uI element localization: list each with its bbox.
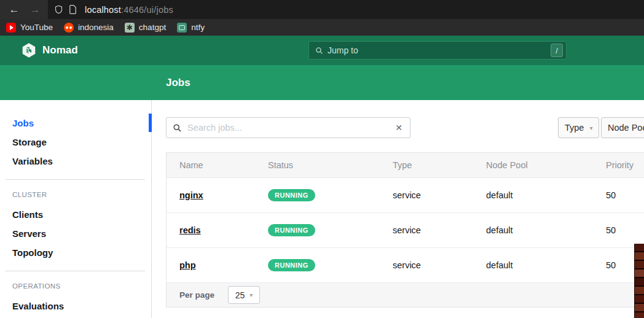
- type-filter-dropdown[interactable]: Type ▾: [558, 117, 599, 138]
- job-node-pool: default: [473, 260, 593, 270]
- sidebar-divider: [5, 179, 145, 180]
- url-path: :4646/ui/jobs: [121, 5, 173, 15]
- chatgpt-icon: ✱: [125, 23, 135, 33]
- job-node-pool: default: [473, 190, 593, 200]
- sidebar-item-clients[interactable]: Clients: [0, 205, 151, 224]
- per-page-label: Per page: [179, 290, 214, 300]
- column-header-node-pool[interactable]: Node Pool: [473, 160, 593, 170]
- url-host: localhost: [85, 5, 121, 15]
- table-row[interactable]: redis RUNNING service default 50: [167, 213, 644, 248]
- job-type: service: [380, 260, 473, 270]
- nomad-brand[interactable]: Nomad: [21, 36, 78, 65]
- page-title: Jobs: [166, 77, 190, 89]
- job-priority: 50: [593, 225, 644, 235]
- job-type: service: [380, 225, 473, 235]
- desktop-wallpaper-brick: [634, 244, 644, 318]
- page-header: Jobs: [0, 65, 644, 100]
- job-priority: 50: [593, 190, 644, 200]
- bookmarks-bar: YouTube indonesia ✱ chatgpt ntfy: [0, 19, 644, 36]
- shortcut-key-badge: /: [551, 44, 563, 57]
- shield-icon[interactable]: [54, 5, 63, 14]
- bookmark-ntfy[interactable]: ntfy: [177, 23, 205, 33]
- url-field[interactable]: localhost:4646/ui/jobs: [48, 0, 644, 19]
- job-link-php[interactable]: php: [179, 260, 196, 270]
- job-link-nginx[interactable]: nginx: [179, 190, 203, 200]
- sidebar-item-evaluations[interactable]: Evaluations: [0, 297, 151, 316]
- browser-address-bar: ← → localhost:4646/ui/jobs: [0, 0, 644, 19]
- jobs-toolbar: ✕ Type ▾ Node Pool ▾: [166, 117, 644, 138]
- screen: ← → localhost:4646/ui/jobs YouTube indon…: [0, 0, 644, 318]
- table-header-row: Name Status Type Node Pool Priority: [167, 153, 644, 178]
- table-footer: Per page 25 ▾: [167, 283, 644, 307]
- search-jobs-input[interactable]: [187, 123, 394, 133]
- table-row[interactable]: php RUNNING service default 50: [167, 248, 644, 283]
- per-page-select[interactable]: 25 ▾: [228, 286, 260, 304]
- search-icon: [173, 123, 182, 133]
- table-row[interactable]: nginx RUNNING service default 50: [167, 178, 644, 213]
- bookmark-chatgpt[interactable]: ✱ chatgpt: [125, 23, 166, 33]
- ntfy-icon: [177, 23, 187, 33]
- bookmark-label: ntfy: [191, 23, 205, 32]
- sidebar-item-variables[interactable]: Variables: [0, 152, 151, 171]
- node-pool-filter-dropdown[interactable]: Node Pool ▾: [601, 117, 644, 138]
- bookmark-label: chatgpt: [139, 23, 166, 32]
- brand-label: Nomad: [42, 44, 78, 56]
- active-item-indicator: [149, 114, 152, 132]
- jump-to-search[interactable]: /: [308, 41, 567, 60]
- chevron-down-icon: ▾: [249, 292, 253, 298]
- column-header-name[interactable]: Name: [167, 160, 255, 170]
- main-panel: ✕ Type ▾ Node Pool ▾ Name Status Type No…: [152, 100, 644, 318]
- sidebar-divider: [5, 271, 145, 271]
- column-header-type[interactable]: Type: [380, 160, 473, 170]
- jobs-table: Name Status Type Node Pool Priority ngin…: [166, 152, 644, 308]
- youtube-icon: [6, 23, 16, 33]
- clear-search-icon[interactable]: ✕: [394, 123, 404, 133]
- bookmark-youtube[interactable]: YouTube: [6, 23, 53, 33]
- reddit-icon: [64, 23, 74, 33]
- jump-to-input[interactable]: [328, 45, 551, 55]
- page-info-icon[interactable]: [69, 5, 77, 14]
- status-badge: RUNNING: [268, 224, 315, 236]
- sidebar-item-servers[interactable]: Servers: [0, 224, 151, 243]
- column-header-priority[interactable]: Priority: [593, 160, 644, 170]
- filter-label: Type: [565, 123, 584, 133]
- forward-icon[interactable]: →: [25, 4, 45, 16]
- status-badge: RUNNING: [268, 189, 315, 201]
- sidebar: Jobs Storage Variables CLUSTER Clients S…: [0, 100, 152, 318]
- search-jobs-box: ✕: [166, 117, 410, 138]
- bookmark-label: YouTube: [20, 23, 53, 32]
- job-node-pool: default: [473, 225, 593, 235]
- chevron-down-icon: ▾: [589, 125, 592, 131]
- sidebar-item-topology[interactable]: Topology: [0, 243, 151, 262]
- sidebar-item-jobs[interactable]: Jobs: [0, 114, 151, 133]
- sidebar-item-storage[interactable]: Storage: [0, 133, 151, 152]
- nomad-logo-icon: [21, 42, 37, 58]
- filter-label: Node Pool: [608, 123, 644, 133]
- status-badge: RUNNING: [268, 259, 315, 271]
- bookmark-label: indonesia: [78, 23, 114, 32]
- bookmark-indonesia[interactable]: indonesia: [64, 23, 114, 33]
- sidebar-heading-cluster: CLUSTER: [0, 188, 151, 201]
- nomad-top-nav: Nomad /: [0, 36, 644, 65]
- job-type: service: [380, 190, 473, 200]
- search-icon: [315, 47, 323, 55]
- content-area: Jobs Storage Variables CLUSTER Clients S…: [0, 100, 644, 318]
- job-link-redis[interactable]: redis: [179, 225, 201, 235]
- url-text: localhost:4646/ui/jobs: [85, 5, 173, 15]
- back-icon[interactable]: ←: [4, 4, 25, 16]
- sidebar-heading-operations: OPERATIONS: [0, 279, 151, 293]
- per-page-value: 25: [235, 290, 245, 300]
- column-header-status[interactable]: Status: [255, 160, 380, 170]
